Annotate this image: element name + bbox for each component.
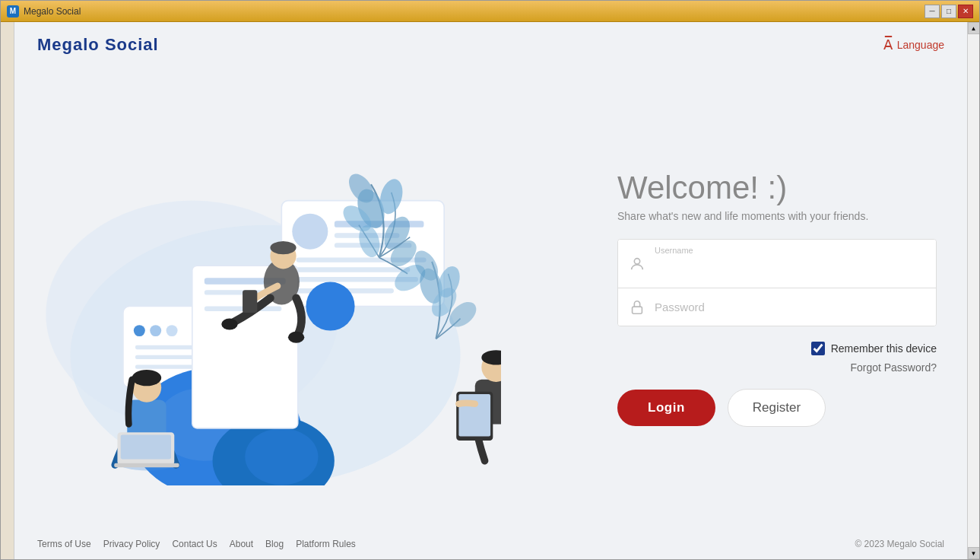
illustration-area [30,83,501,514]
svg-point-32 [306,282,354,331]
scrollbar-down[interactable]: ▼ [968,547,980,559]
footer-link-terms[interactable]: Terms of Use [37,539,91,549]
login-panel: Welcome! :) Share what's new and life mo… [617,154,937,443]
svg-rect-8 [297,267,411,272]
username-row: Username [618,240,936,288]
app-container: Megalo Social A̅ Language [14,22,967,559]
svg-point-3 [292,214,328,250]
app-footer: Terms of Use Privacy Policy Contact Us A… [14,529,967,559]
username-label: Username [655,246,925,255]
footer-copyright: © 2023 Megalo Social [855,539,944,549]
content-area: ▲ ▼ Megalo Social A̅ Language [1,22,979,559]
close-button[interactable]: ✕ [958,5,973,18]
illustration-svg [30,111,501,485]
buttons-row: Login Register [617,389,937,427]
language-button-label: Language [897,39,944,51]
lock-icon [629,299,645,316]
forgot-password-link[interactable]: Forgot Password? [850,361,937,374]
svg-rect-59 [633,307,642,313]
login-button[interactable]: Login [617,390,715,426]
titlebar-controls: ─ □ ✕ [924,5,973,18]
main-content: Welcome! :) Share what's new and life mo… [14,68,967,529]
titlebar-app-icon: M [7,5,19,18]
svg-point-14 [167,325,178,336]
scrollbar-track [968,34,979,547]
app-window: M Megalo Social ─ □ ✕ ▲ ▼ Megalo Social … [0,0,980,560]
os-sidebar [1,22,14,559]
welcome-subtitle: Share what's new and life moments with y… [617,209,937,224]
username-wrapper: Username [655,246,925,282]
svg-point-12 [134,325,145,336]
titlebar-title: Megalo Social [24,6,81,17]
welcome-section: Welcome! :) Share what's new and life mo… [617,170,937,224]
translate-icon: A̅ [883,37,893,53]
remember-checkbox[interactable] [811,342,825,355]
titlebar-left: M Megalo Social [7,5,81,18]
svg-point-28 [270,241,296,254]
password-input[interactable] [655,294,925,320]
svg-point-30 [288,332,304,343]
person-icon [629,256,645,272]
svg-point-29 [221,319,237,330]
svg-point-49 [132,370,161,386]
minimize-button[interactable]: ─ [924,5,940,18]
app-logo: Megalo Social [37,35,159,55]
svg-point-13 [150,325,161,336]
footer-links: Terms of Use Privacy Policy Contact Us A… [37,539,356,549]
language-button[interactable]: A̅ Language [883,37,944,53]
footer-link-contact[interactable]: Contact Us [172,539,217,549]
svg-rect-52 [114,463,179,467]
footer-link-blog[interactable]: Blog [265,539,284,549]
footer-link-privacy[interactable]: Privacy Policy [103,539,160,549]
login-form: Username [617,239,937,326]
remember-label: Remember this device [831,342,937,355]
svg-point-58 [634,258,639,263]
app-header: Megalo Social A̅ Language [14,22,967,68]
password-row [618,288,936,326]
restore-button[interactable]: □ [941,5,956,18]
svg-rect-31 [243,290,257,313]
footer-link-rules[interactable]: Platform Rules [296,539,356,549]
welcome-title: Welcome! :) [617,170,937,206]
svg-point-21 [245,428,318,485]
scrollbar-right: ▲ ▼ [967,22,979,559]
remember-group: Remember this device [811,342,937,355]
scrollbar-up[interactable]: ▲ [968,22,980,34]
titlebar: M Megalo Social ─ □ ✕ [1,1,979,22]
username-input[interactable] [655,256,925,282]
footer-link-about[interactable]: About [230,539,253,549]
svg-rect-51 [121,435,171,460]
options-section: Remember this device Forgot Password? [617,342,937,374]
register-button[interactable]: Register [728,389,826,427]
